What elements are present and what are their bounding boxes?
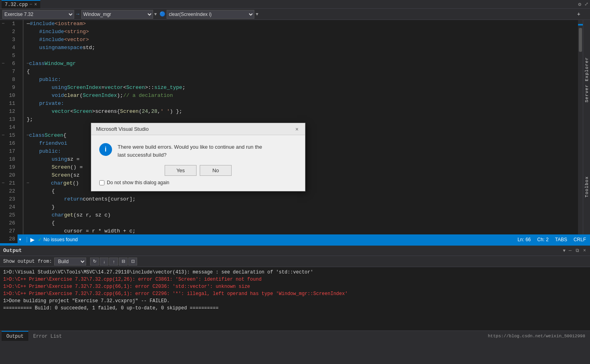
code-line-3: #include <vector> [27, 36, 575, 44]
dialog-checkbox-label: Do not show this dialog again [107, 180, 169, 185]
nav-arrow-icon: → [75, 11, 80, 17]
tab-label: 7.32.cpp [5, 2, 28, 8]
code-line-5 [27, 52, 575, 60]
dialog-titlebar: Microsoft Visual Studio × [91, 123, 305, 135]
dialog-footer: Do not show this dialog again [91, 180, 305, 191]
editor-tab[interactable]: 7.32.cpp ─ × [2, 0, 40, 8]
output-line-6: ========== Build: 0 succeeded, 1 failed,… [3, 305, 587, 312]
output-btn-refresh[interactable]: ↻ [90, 258, 99, 266]
code-line-6: ─class Window_mgr [27, 60, 575, 68]
server-explorer-label[interactable]: Server Explorer [584, 54, 590, 106]
status-bar: 100 % ▼ ▶ ✓ No issues found Ln: 66 Ch: 2… [0, 234, 590, 245]
output-line-2: 1>D:\C++ Primer\Exercise 7.32\7.32.cpp(1… [3, 276, 587, 283]
output-close-icon[interactable]: × [582, 248, 587, 254]
issues-text: No issues found [43, 237, 78, 242]
output-line-3: 1>D:\C++ Primer\Exercise 7.32\7.32.cpp(6… [3, 283, 587, 290]
code-line-25: char get(sz r, sz c) [27, 211, 575, 219]
tab-pin-icon[interactable]: ─ [30, 2, 32, 7]
output-line-5: 1>Done building project "Exercise 7.32.v… [3, 297, 587, 305]
dialog: Microsoft Visual Studio × i There were b… [91, 123, 305, 191]
code-line-7: { [27, 68, 575, 76]
tab-close-icon[interactable]: × [34, 2, 37, 8]
code-line-8: public: [27, 76, 575, 84]
class-select[interactable]: Window_mgr [81, 10, 153, 19]
output-line-4: 1>D:\C++ Primer\Exercise 7.32\7.32.cpp(6… [3, 290, 587, 297]
bottom-status-url: https://blog.csdn.net/weixin_50012998 [488, 334, 588, 338]
output-source-select[interactable]: Build [54, 258, 86, 266]
method-select[interactable]: clear(ScreenIndex i) [167, 10, 254, 19]
dialog-dont-show-checkbox[interactable] [99, 180, 104, 185]
dialog-title-text: Microsoft Visual Studio [96, 126, 294, 132]
issues-check-icon: ✓ [38, 237, 42, 242]
output-title-bar: Output ▼ ─ ⧉ × [0, 246, 590, 256]
output-btn-down[interactable]: ↓ [100, 258, 108, 266]
editor-scrollbar[interactable] [578, 20, 583, 234]
code-line-27: cursor = r * width + c; [27, 227, 575, 234]
output-content[interactable]: 1>D:\Visual Studio\VC\Tools\MSVC\14.27.2… [0, 267, 590, 331]
dialog-close-button[interactable]: × [294, 126, 300, 132]
expand-icon[interactable]: ⤢ [584, 1, 588, 7]
tab-output[interactable]: Output [2, 331, 28, 341]
output-btn-up[interactable]: ↑ [109, 258, 118, 266]
code-line-11: private: [27, 100, 575, 108]
toolbox-label[interactable]: Toolbox [584, 173, 590, 201]
code-line-23: return contents[cursor]; [27, 195, 575, 203]
settings-icon[interactable]: ⚙ [578, 1, 581, 8]
output-title: Output [3, 248, 22, 254]
crlf-info: CRLF [574, 237, 586, 242]
tabs-info: TABS [555, 237, 567, 242]
line-numbers: 12345 678910 1112131415 1617181920 21222… [6, 20, 18, 243]
code-line-1: ─#include <iostream> [27, 20, 575, 28]
char-info: Ch: 2 [537, 237, 549, 242]
nav-arrow2-icon: ▼ [154, 12, 157, 17]
output-btn-clear[interactable]: ⊟ [119, 258, 128, 266]
output-btn-wrap[interactable]: ⊡ [128, 258, 137, 266]
output-line-1: 1>D:\Visual Studio\VC\Tools\MSVC\14.27.2… [3, 269, 587, 276]
output-dropdown-icon[interactable]: ▼ [563, 248, 566, 253]
dialog-no-button[interactable]: No [200, 165, 232, 176]
tab-error-list[interactable]: Error List [28, 331, 67, 341]
side-panel[interactable]: Server Explorer Toolbox [583, 20, 590, 234]
line-info: Ln: 66 [517, 237, 531, 242]
forward-arrow-icon[interactable]: ▶ [27, 236, 38, 243]
code-line-9: using ScreenIndex = vector<Screen>::size… [27, 84, 575, 92]
dialog-yes-button[interactable]: Yes [165, 165, 197, 176]
code-line-2: #include <string> [27, 28, 575, 36]
dialog-message: There were build errors. Would you like … [118, 143, 297, 159]
dialog-buttons: Yes No [91, 162, 305, 180]
bottom-tab-bar: Output Error List https://blog.csdn.net/… [0, 331, 590, 341]
code-line-10: void clear(ScreenIndex); // a declaratio… [27, 92, 575, 100]
code-line-26: { [27, 219, 575, 227]
dialog-body: i There were build errors. Would you lik… [91, 135, 305, 162]
code-line-4: using namespace std; [27, 44, 575, 52]
project-select[interactable]: Exercise 7.32 [2, 10, 74, 19]
title-bar: 7.32.cpp ─ × ⚙ ⤢ [0, 0, 590, 9]
output-pin-icon[interactable]: ─ [568, 248, 572, 254]
show-output-label: Show output from: [3, 259, 52, 264]
code-line-12: vector<Screen> screens{ Screen(24,28,' '… [27, 108, 575, 116]
nav-plus-icon[interactable]: + [577, 11, 588, 18]
nav-expand-icon: ▼ [256, 12, 258, 17]
code-line-13: }; [27, 116, 575, 124]
code-line-24: } [27, 203, 575, 211]
method-icon: 🔵 [159, 11, 165, 17]
output-float-icon[interactable]: ⧉ [575, 248, 580, 254]
output-toolbar: Show output from: Build ↻ ↓ ↑ ⊟ ⊡ [0, 256, 590, 267]
output-panel: Output ▼ ─ ⧉ × Show output from: Build ↻… [0, 245, 590, 341]
dialog-info-icon: i [99, 143, 112, 156]
